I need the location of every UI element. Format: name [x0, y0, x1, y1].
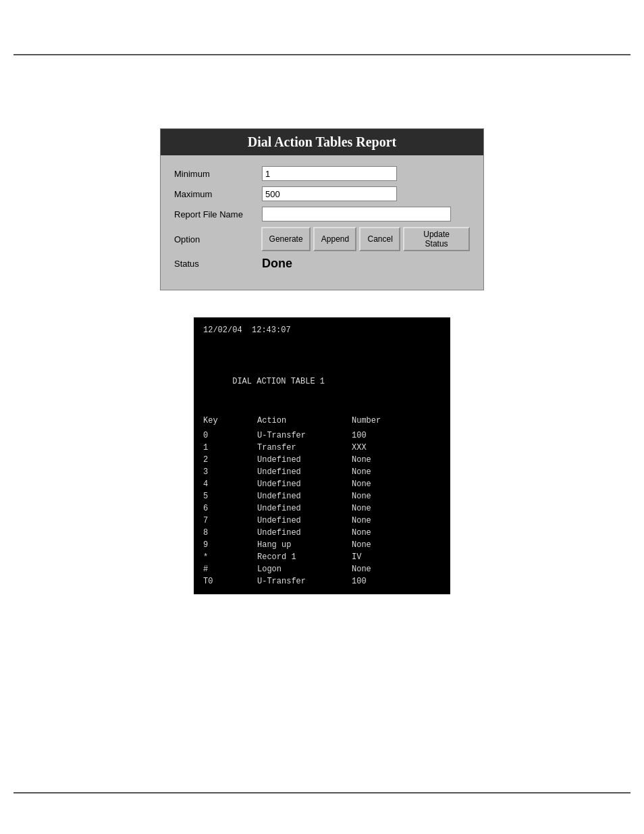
maximum-label: Maximum [174, 189, 262, 199]
option-buttons: Generate Append Cancel Update Status [261, 227, 470, 251]
status-row: Status Done [174, 257, 470, 271]
terminal-row: 8UndefinedNone [203, 527, 441, 539]
dialog-title: Dial Action Tables Report [161, 129, 483, 155]
terminal-timestamp: 12/02/04 12:43:07 [203, 324, 441, 336]
generate-button[interactable]: Generate [261, 227, 311, 251]
maximum-row: Maximum [174, 186, 470, 201]
terminal-output: 12/02/04 12:43:07 DIAL ACTION TABLE 1 Ke… [194, 317, 450, 594]
report-file-name-label: Report File Name [174, 209, 262, 219]
top-rule [14, 54, 630, 55]
terminal-data-rows: 0U-Transfer1001TransferXXX2UndefinedNone… [203, 429, 441, 588]
terminal-row: T0U-Transfer100 [203, 575, 441, 588]
status-label: Status [174, 259, 262, 269]
dial-action-dialog: Dial Action Tables Report Minimum Maximu… [160, 128, 484, 290]
minimum-input[interactable] [262, 166, 397, 181]
minimum-label: Minimum [174, 169, 262, 179]
dialog-body: Minimum Maximum Report File Name Option … [161, 163, 483, 279]
cancel-button[interactable]: Cancel [359, 227, 400, 251]
main-content: Dial Action Tables Report Minimum Maximu… [0, 68, 644, 594]
maximum-input[interactable] [262, 186, 397, 201]
bottom-rule [14, 792, 630, 793]
terminal-row: 4UndefinedNone [203, 478, 441, 490]
report-file-name-row: Report File Name [174, 207, 470, 221]
terminal-row: #LogonNone [203, 563, 441, 575]
option-label: Option [174, 234, 261, 244]
terminal-row: 6UndefinedNone [203, 502, 441, 515]
terminal-section-title: DIAL ACTION TABLE 1 [203, 363, 441, 400]
terminal-row: 5UndefinedNone [203, 490, 441, 502]
status-value: Done [262, 257, 292, 271]
terminal-row: 7UndefinedNone [203, 515, 441, 527]
terminal-row: *Record 1IV [203, 551, 441, 563]
terminal-row: 3UndefinedNone [203, 466, 441, 478]
minimum-row: Minimum [174, 166, 470, 181]
append-button[interactable]: Append [313, 227, 357, 251]
report-file-name-input[interactable] [262, 207, 451, 221]
terminal-row: 1TransferXXX [203, 442, 441, 454]
option-row: Option Generate Append Cancel Update Sta… [174, 227, 470, 251]
terminal-row: 9Hang upNone [203, 539, 441, 551]
terminal-row: 0U-Transfer100 [203, 429, 441, 442]
terminal-column-headers: Key Action Number [203, 415, 441, 427]
terminal-row: 2UndefinedNone [203, 454, 441, 466]
update-status-button[interactable]: Update Status [403, 227, 470, 251]
